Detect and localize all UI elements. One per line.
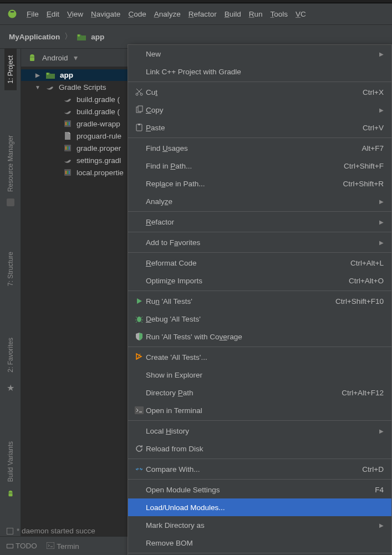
menu-file[interactable]: File — [27, 10, 39, 18]
expand-collapsed-icon[interactable]: ▶ — [34, 72, 41, 78]
menu-item-reload-from-disk[interactable]: Reload from Disk — [128, 440, 391, 457]
svg-point-18 — [140, 93, 142, 95]
svg-rect-5 — [65, 122, 67, 125]
menu-shortcut: Ctrl+D — [362, 465, 384, 473]
tool-window-gutter-left: 1: Project Resource Manager 7: Structure… — [0, 49, 21, 536]
menu-item-optimize-imports[interactable]: Optimize ImportsCtrl+Alt+O — [128, 272, 391, 289]
menu-item-label: Compare With... — [146, 465, 362, 473]
svg-point-3 — [47, 73, 49, 75]
create-icon — [133, 353, 146, 361]
menu-item-copy[interactable]: Copy▶ — [128, 101, 391, 119]
submenu-arrow-icon: ▶ — [379, 107, 384, 113]
breadcrumb-project[interactable]: MyApplication — [9, 33, 60, 41]
menu-item-find-usages[interactable]: Find UsagesAlt+F7 — [128, 139, 391, 157]
submenu-arrow-icon: ▶ — [379, 198, 384, 205]
menu-code[interactable]: Code — [128, 10, 146, 18]
tool-tab-project[interactable]: 1: Project — [4, 49, 17, 90]
menu-item-remove-bom[interactable]: Remove BOM — [128, 534, 391, 552]
menu-item-debug-all-tests[interactable]: Debug 'All Tests' — [128, 310, 391, 328]
menu-item-paste[interactable]: PasteCtrl+V — [128, 119, 391, 136]
menu-item-label: Open in Terminal — [146, 406, 384, 415]
tree-label: local.propertie — [77, 169, 124, 177]
menu-item-link-c-project-with-gradle[interactable]: Link C++ Project with Gradle — [128, 63, 391, 80]
menu-build[interactable]: Build — [225, 10, 241, 18]
file-icon — [63, 144, 72, 152]
svg-rect-13 — [65, 171, 67, 174]
tool-tab-todo[interactable]: TODO — [7, 542, 37, 550]
svg-rect-9 — [65, 146, 67, 150]
menu-refactor[interactable]: Refactor — [189, 10, 217, 18]
menu-shortcut: Ctrl+Alt+F12 — [342, 389, 384, 397]
menu-navigate[interactable]: Navigate — [91, 10, 120, 18]
paste-icon — [133, 123, 146, 132]
tree-label: build.gradle ( — [77, 108, 120, 116]
context-menu: New▶Link C++ Project with GradleCutCtrl+… — [128, 44, 392, 555]
menu-item-new[interactable]: New▶ — [128, 45, 391, 63]
menu-item-run-all-tests[interactable]: Run 'All Tests'Ctrl+Shift+F10 — [128, 292, 391, 310]
menu-shortcut: Ctrl+Alt+L — [350, 259, 384, 267]
submenu-arrow-icon: ▶ — [379, 219, 384, 225]
menu-item-run-all-tests-with-coverage[interactable]: Run 'All Tests' with Coverage — [128, 328, 391, 345]
menu-item-label: Replace in Path... — [146, 180, 343, 188]
menu-item-label: Local History — [146, 427, 379, 435]
menu-item-local-history[interactable]: Local History▶ — [128, 422, 391, 440]
menu-vc[interactable]: VC — [296, 10, 306, 18]
menu-item-label: Remove BOM — [146, 539, 384, 547]
menu-item-label: Run 'All Tests' with Coverage — [146, 333, 384, 341]
copy-icon — [133, 105, 146, 114]
breadcrumb-module[interactable]: app — [91, 33, 104, 41]
menu-shortcut: Ctrl+Shift+F — [344, 162, 384, 170]
tree-label: app — [60, 71, 73, 79]
menu-tools[interactable]: Tools — [271, 10, 288, 18]
menu-item-cut[interactable]: CutCtrl+X — [128, 83, 391, 101]
android-studio-logo-icon — [7, 8, 18, 19]
module-folder-icon — [45, 71, 55, 79]
menu-item-label: Add to Favorites — [146, 238, 379, 247]
tree-label: gradle.proper — [77, 144, 121, 152]
menu-item-label: Show in Explorer — [146, 371, 384, 379]
menu-item-load-unload-modules[interactable]: Load/Unload Modules... — [128, 498, 391, 516]
menu-item-refactor[interactable]: Refactor▶ — [128, 213, 391, 231]
menu-item-label: Load/Unload Modules... — [146, 503, 384, 512]
menu-item-add-to-favorites[interactable]: Add to Favorites▶ — [128, 233, 391, 251]
menu-item-show-in-explorer[interactable]: Show in Explorer — [128, 366, 391, 384]
menu-item-mark-directory-as[interactable]: Mark Directory as▶ — [128, 516, 391, 534]
menu-item-analyze[interactable]: Analyze▶ — [128, 192, 391, 210]
svg-point-23 — [137, 317, 141, 322]
cut-icon — [133, 88, 146, 96]
file-icon — [63, 156, 72, 165]
menu-item-open-in-terminal[interactable]: Open in Terminal — [128, 401, 391, 419]
menu-item-label: Paste — [146, 124, 363, 132]
menu-item-compare-with[interactable]: Compare With...Ctrl+D — [128, 460, 391, 478]
expand-expanded-icon[interactable]: ▼ — [34, 84, 41, 90]
menu-item-replace-in-path[interactable]: Replace in Path...Ctrl+Shift+R — [128, 175, 391, 192]
menu-item-reformat-code[interactable]: Reformat CodeCtrl+Alt+L — [128, 254, 391, 272]
menu-item-label: Debug 'All Tests' — [146, 315, 384, 323]
menu-item-label: Refactor — [146, 218, 379, 226]
module-folder-icon — [77, 33, 86, 41]
menu-run[interactable]: Run — [249, 10, 263, 18]
tool-tab-structure[interactable]: 7: Structure — [4, 245, 17, 293]
menu-item-label: Run 'All Tests' — [146, 297, 335, 305]
menu-item-find-in-path[interactable]: Find in Path...Ctrl+Shift+F — [128, 157, 391, 175]
svg-rect-24 — [135, 406, 144, 414]
build-output-line: * daemon started succe — [7, 527, 95, 535]
svg-rect-7 — [69, 122, 70, 125]
menu-item-open-module-settings[interactable]: Open Module SettingsF4 — [128, 481, 391, 498]
tool-tab-terminal[interactable]: Termin — [46, 541, 79, 551]
submenu-arrow-icon: ▶ — [379, 428, 384, 434]
menu-item-label: Analyze — [146, 197, 379, 206]
tool-tab-resource-manager[interactable]: Resource Manager — [4, 129, 17, 198]
tool-tab-favorites[interactable]: 2: Favorites — [4, 331, 17, 379]
menu-analyze[interactable]: Analyze — [154, 10, 181, 18]
reload-icon — [133, 444, 146, 453]
menu-item-directory-path[interactable]: Directory PathCtrl+Alt+F12 — [128, 384, 391, 401]
tool-tab-build-variants[interactable]: Build Variants — [4, 435, 17, 488]
chevron-down-icon: ▾ — [74, 53, 78, 62]
file-icon — [63, 119, 72, 128]
menu-edit[interactable]: Edit — [47, 10, 59, 18]
project-view-label: Android — [42, 54, 68, 62]
menu-item-create-all-tests[interactable]: Create 'All Tests'... — [128, 348, 391, 366]
menu-view[interactable]: View — [67, 10, 83, 18]
submenu-arrow-icon: ▶ — [379, 522, 384, 528]
